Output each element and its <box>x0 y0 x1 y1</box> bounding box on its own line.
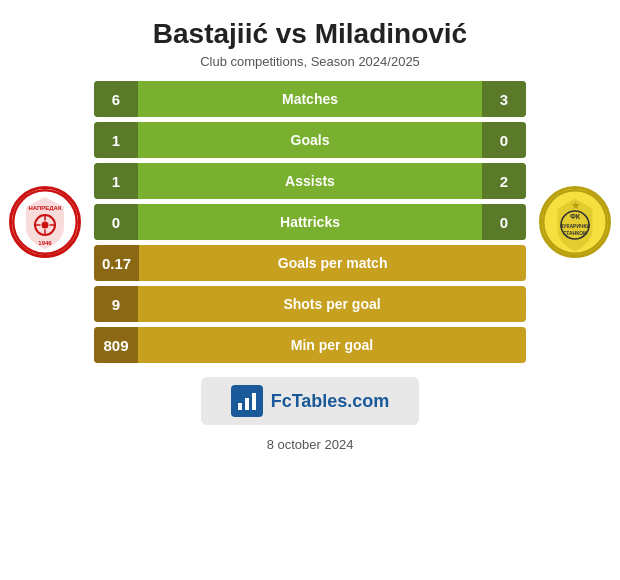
min-per-goal-row: 809 Min per goal <box>94 327 526 363</box>
hattricks-row: 0 Hattricks 0 <box>94 204 526 240</box>
matches-left-value: 6 <box>94 81 138 117</box>
svg-point-2 <box>42 222 49 229</box>
goals-right-value: 0 <box>482 122 526 158</box>
assists-label: Assists <box>138 173 482 189</box>
goals-row: 1 Goals 0 <box>94 122 526 158</box>
goals-per-match-label: Goals per match <box>139 255 526 271</box>
svg-text:1946: 1946 <box>38 240 52 246</box>
svg-rect-17 <box>252 393 256 410</box>
matches-row: 6 Matches 3 <box>94 81 526 117</box>
hattricks-right-value: 0 <box>482 204 526 240</box>
svg-text:ФК: ФК <box>570 213 581 220</box>
min-per-goal-label: Min per goal <box>138 337 526 353</box>
hattricks-left-value: 0 <box>94 204 138 240</box>
left-club-logo: НАПРЕДАК 1946 <box>0 186 90 258</box>
main-container: Bastajiić vs Miladinović Club competitio… <box>0 0 620 580</box>
svg-rect-16 <box>245 398 249 410</box>
svg-text:★: ★ <box>571 200 581 211</box>
match-title: Bastajiić vs Miladinović <box>153 18 467 50</box>
fctables-icon <box>231 385 263 417</box>
right-club-logo: ФК ЧУКАРИЧКИ СТАНКОМ ★ <box>530 186 620 258</box>
fctables-banner: FcTables.com <box>201 377 420 425</box>
matches-label: Matches <box>138 91 482 107</box>
svg-rect-15 <box>238 403 242 410</box>
main-area: НАПРЕДАК 1946 6 Matches 3 1 Goals 0 1 As… <box>0 81 620 363</box>
fctables-text: FcTables.com <box>271 391 390 412</box>
svg-text:СТАНКОМ: СТАНКОМ <box>563 230 588 236</box>
right-badge: ФК ЧУКАРИЧКИ СТАНКОМ ★ <box>539 186 611 258</box>
match-date: 8 october 2024 <box>267 437 354 452</box>
goals-left-value: 1 <box>94 122 138 158</box>
shots-per-goal-value: 9 <box>94 286 138 322</box>
shots-per-goal-row: 9 Shots per goal <box>94 286 526 322</box>
shots-per-goal-label: Shots per goal <box>138 296 526 312</box>
min-per-goal-value: 809 <box>94 327 138 363</box>
goals-label: Goals <box>138 132 482 148</box>
left-badge: НАПРЕДАК 1946 <box>9 186 81 258</box>
hattricks-label: Hattricks <box>138 214 482 230</box>
match-subtitle: Club competitions, Season 2024/2025 <box>200 54 420 69</box>
matches-right-value: 3 <box>482 81 526 117</box>
svg-text:НАПРЕДАК: НАПРЕДАК <box>28 205 62 211</box>
assists-left-value: 1 <box>94 163 138 199</box>
svg-text:ЧУКАРИЧКИ: ЧУКАРИЧКИ <box>560 223 591 229</box>
assists-row: 1 Assists 2 <box>94 163 526 199</box>
stats-area: 6 Matches 3 1 Goals 0 1 Assists 2 0 Hatt… <box>90 81 530 363</box>
goals-per-match-row: 0.17 Goals per match <box>94 245 526 281</box>
goals-per-match-value: 0.17 <box>94 245 139 281</box>
assists-right-value: 2 <box>482 163 526 199</box>
